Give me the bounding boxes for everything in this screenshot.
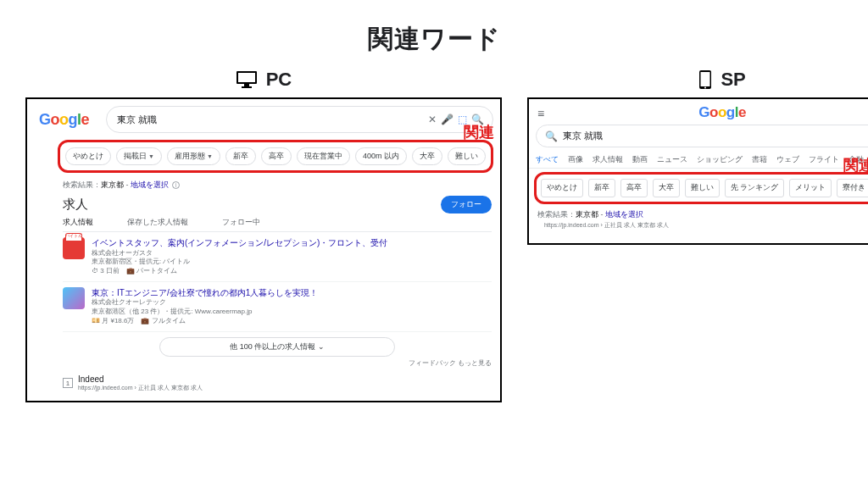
job-item[interactable]: バイトル イベントスタッフ、案内(インフォメーション/レセプション)・フロント、… — [63, 232, 492, 282]
sp-tab[interactable]: 動画 — [632, 154, 648, 165]
mic-icon[interactable]: 🎤 — [440, 114, 455, 125]
sp-tab[interactable]: 書籍 — [752, 154, 767, 165]
related-chip[interactable]: 高卒 — [620, 179, 648, 197]
feedback-link[interactable]: フィードバック もっと見る — [27, 358, 500, 371]
clear-icon[interactable]: ✕ — [425, 114, 440, 125]
select-region-link[interactable]: 地域を選択 — [131, 180, 169, 189]
search-query-text: 東京 就職 — [117, 114, 425, 126]
related-chip[interactable]: 雇用形態▼ — [167, 147, 220, 165]
related-chip[interactable]: メリット — [789, 179, 832, 197]
more-jobs-button[interactable]: 他 100 件以上の求人情報 ⌄ — [159, 337, 395, 357]
sp-tab[interactable]: ニュース — [657, 154, 687, 165]
related-chip[interactable]: 大卒 — [653, 179, 680, 197]
monitor-icon — [236, 70, 258, 89]
related-chip[interactable]: 400m 以内 — [355, 147, 407, 165]
sp-tab[interactable]: ショッピング — [697, 154, 743, 165]
indeed-url: https://jp.indeed.com › 正社員 求人 東京都 求人 — [78, 384, 203, 392]
job-tab-following[interactable]: フォロー中 — [222, 217, 260, 228]
sp-label: SP — [721, 69, 745, 91]
sp-tab[interactable]: フライト — [809, 154, 839, 165]
chevron-down-icon: ⌄ — [318, 342, 325, 351]
sp-tab[interactable]: すべて — [536, 154, 559, 165]
jobs-heading: 求人 — [63, 197, 88, 213]
smartphone-icon — [698, 69, 712, 90]
related-chip[interactable]: 先 ランキング — [725, 179, 784, 197]
sp-tab[interactable]: 求人情報 — [593, 154, 623, 165]
job-thumb-icon — [63, 287, 85, 309]
google-logo[interactable]: Google — [698, 104, 746, 121]
related-chip[interactable]: 新卒 — [225, 147, 256, 165]
search-query-text: 東京 就職 — [563, 130, 603, 142]
google-logo[interactable]: Google — [39, 111, 89, 129]
related-chip[interactable]: 高卒 — [261, 147, 292, 165]
job-thumb-icon: バイトル — [63, 237, 85, 259]
result-location-meta: 検索結果：東京都 - 地域を選択i — [27, 178, 500, 194]
job-tab-saved[interactable]: 保存した求人情報 — [127, 217, 188, 228]
result-location-meta: 検索結果：東京都 - 地域を選択 — [529, 208, 868, 220]
search-input[interactable]: 🔍 東京 就職 — [536, 125, 868, 147]
related-chip[interactable]: 掲載日▼ — [116, 147, 162, 165]
job-title: 東京：ITエンジニア/会社寮で憧れの都内1人暮らしを実現！ — [92, 287, 318, 299]
result-index-badge: 1 — [63, 378, 73, 388]
follow-button[interactable]: フォロー — [441, 196, 492, 214]
related-chip[interactable]: 難しい — [685, 179, 720, 197]
callout-label-sp: 関連 — [843, 155, 868, 175]
related-chip[interactable]: 大卒 — [412, 147, 442, 165]
related-chip[interactable]: 新卒 — [588, 179, 615, 197]
sp-column: SP ≡ Google 🔍 東京 就職 すべて画像求人情報動画ニュースショッピン… — [527, 69, 868, 402]
sp-result-url: https://jp.indeed.com › 正社員 求人 東京都 求人 — [529, 220, 868, 230]
job-item[interactable]: 東京：ITエンジニア/会社寮で憧れの都内1人暮らしを実現！ 株式会社クオーレテッ… — [63, 282, 492, 332]
callout-label-pc: 関連 — [464, 122, 494, 142]
info-icon[interactable]: i — [172, 181, 180, 189]
slide-title: 関連ワード — [0, 0, 868, 57]
related-chip[interactable]: やめとけ — [65, 147, 111, 165]
job-tab-listings[interactable]: 求人情報 — [63, 217, 93, 228]
svg-rect-3 — [242, 86, 252, 88]
svg-rect-5 — [701, 72, 710, 86]
pc-column: PC Google 東京 就職 ✕ 🎤 ⬚ 🔍 関連 やめとけ掲載日▼雇用形態▼… — [25, 69, 502, 402]
related-chips-callout-sp: 関連 やめとけ新卒高卒大卒難しい先 ランキングメリット寮付き後悔 — [534, 172, 868, 204]
select-region-link[interactable]: 地域を選択 — [605, 210, 643, 219]
pc-screenshot-panel: Google 東京 就職 ✕ 🎤 ⬚ 🔍 関連 やめとけ掲載日▼雇用形態▼新卒高… — [25, 97, 502, 402]
job-title: イベントスタッフ、案内(インフォメーション/レセプション)・フロント、受付 — [92, 237, 387, 249]
hamburger-icon[interactable]: ≡ — [537, 107, 544, 120]
related-chips-callout-pc: 関連 やめとけ掲載日▼雇用形態▼新卒高卒現在営業中400m 以内大卒難しい — [58, 140, 493, 173]
pc-label: PC — [266, 69, 292, 91]
sp-tab[interactable]: ウェブ — [776, 154, 799, 165]
sp-tab[interactable]: 画像 — [568, 154, 583, 165]
svg-rect-1 — [238, 73, 255, 82]
related-chip[interactable]: やめとけ — [541, 179, 583, 197]
sp-screenshot-panel: ≡ Google 🔍 東京 就職 すべて画像求人情報動画ニュースショッピング書籍… — [527, 97, 868, 245]
search-icon: 🔍 — [545, 130, 558, 142]
search-input[interactable]: 東京 就職 ✕ 🎤 ⬚ 🔍 — [106, 106, 493, 133]
related-chip[interactable]: 現在営業中 — [297, 147, 350, 165]
related-chip[interactable]: 寮付き — [837, 179, 868, 197]
indeed-title[interactable]: Indeed — [78, 374, 203, 384]
svg-point-6 — [704, 87, 706, 89]
related-chip[interactable]: 難しい — [448, 147, 486, 165]
svg-rect-2 — [244, 84, 249, 86]
